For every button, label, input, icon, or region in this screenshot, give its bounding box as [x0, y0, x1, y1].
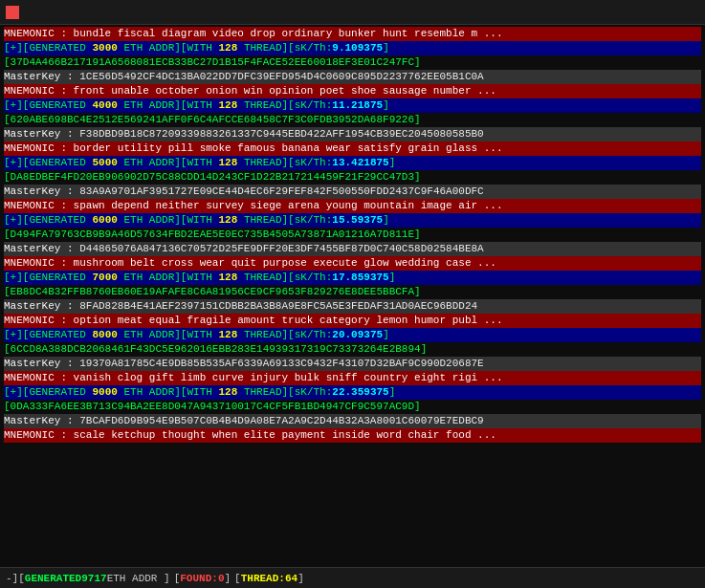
masterkey-label: MasterKey :: [4, 300, 79, 312]
generated-line: [+][GENERATED 6000 ETH ADDR][WITH 128 TH…: [4, 213, 701, 228]
bracket-open: [+]: [4, 214, 23, 226]
addr-line: [EB8DC4B32FFB8760EB60E19AFAFE8C6A81956CE…: [4, 285, 701, 299]
skth-close: ]: [383, 99, 389, 111]
gen-number: 9000: [92, 386, 117, 398]
gen-tag: [GENERATED: [23, 99, 93, 111]
thread-tag: THREAD]: [237, 99, 288, 111]
mnemonic-line: MNEMONIC : vanish clog gift limb curve i…: [4, 371, 701, 385]
mnemonic-line: MNEMONIC : option meat equal fragile amo…: [4, 314, 701, 328]
terminal-output: MNEMONIC : bundle fiscal diagram video d…: [0, 25, 705, 567]
bracket-open: [+]: [4, 42, 23, 54]
coin-tag: ETH ADDR]: [118, 99, 181, 111]
with-tag: [WITH: [181, 157, 219, 168]
bracket-open: [+]: [4, 157, 23, 168]
app-icon: [6, 6, 19, 19]
generated-line: [+][GENERATED 5000 ETH ADDR][WITH 128 TH…: [4, 156, 701, 170]
with-tag: [WITH: [181, 329, 219, 340]
addr-line: [37D4A466B217191A6568081ECB33BC27D1B15F4…: [4, 55, 701, 70]
thread-count: 128: [218, 42, 237, 54]
masterkey-line: MasterKey : 83A9A9701AF3951727E09CE44D4E…: [4, 185, 701, 199]
masterkey-value: 1CE56D5492CF4DC13BA022DD7DFC39EFD954D4C0…: [79, 71, 483, 82]
masterkey-line: MasterKey : D44865076A847136C70572D25FE9…: [4, 242, 701, 256]
thread-tag: THREAD]: [237, 42, 288, 54]
bracket-open: [+]: [4, 272, 23, 283]
generated-line: [+][GENERATED 3000 ETH ADDR][WITH 128 TH…: [4, 41, 701, 55]
gen-number: 8000: [92, 329, 117, 340]
skth-tag: [sK/Th:: [288, 329, 332, 340]
skth-tag: [sK/Th:: [288, 272, 332, 283]
thread-tag: THREAD]: [237, 214, 288, 226]
mnemonic-line: MNEMONIC : front unable october onion wi…: [4, 84, 701, 98]
masterkey-label: MasterKey :: [4, 358, 79, 369]
status-generated-label: GENERATED: [25, 573, 81, 584]
masterkey-value: 8FAD828B4E41AEF2397151CDBB2BA3B8A9E8FC5A…: [79, 300, 477, 312]
masterkey-label: MasterKey :: [4, 71, 79, 82]
thread-count: 128: [218, 214, 237, 226]
title-bar-left: [6, 6, 38, 19]
generated-line: [+][GENERATED 4000 ETH ADDR][WITH 128 TH…: [4, 98, 701, 113]
thread-count: 128: [218, 157, 237, 168]
coin-tag: ETH ADDR]: [118, 386, 181, 398]
masterkey-line: MasterKey : 8FAD828B4E41AEF2397151CDBB2B…: [4, 299, 701, 314]
masterkey-label: MasterKey :: [4, 243, 79, 254]
skth-tag: [sK/Th:: [288, 99, 332, 111]
status-found-key: FOUND:: [180, 573, 218, 584]
skth-tag: [sK/Th:: [288, 386, 332, 398]
thread-tag: THREAD]: [237, 157, 288, 168]
masterkey-label: MasterKey :: [4, 128, 79, 140]
masterkey-line: MasterKey : 19370A81785C4E9DB85B535AF633…: [4, 357, 701, 371]
masterkey-value: 19370A81785C4E9DB85B535AF6339A69133C9432…: [79, 358, 483, 369]
addr-line: [620ABE698BC4E2512E569241AFF0F6C4AFCCE68…: [4, 113, 701, 127]
masterkey-label: MasterKey :: [4, 185, 79, 197]
skth-value: 17.859375: [332, 272, 388, 283]
masterkey-value: 83A9A9701AF3951727E09CE44D4EC6F29FEF842F…: [79, 185, 483, 197]
addr-line: [D494FA79763CB9B9A46D57634FBD2EAE5E0EC73…: [4, 228, 701, 242]
status-thread-num: 64: [285, 573, 297, 584]
status-bar: -][ GENERATED 9717 ETH ADDR ][FOUND:0][T…: [0, 567, 705, 588]
with-tag: [WITH: [181, 272, 219, 283]
skth-close: ]: [389, 272, 396, 283]
thread-count: 128: [218, 386, 237, 398]
skth-value: 22.359375: [332, 386, 388, 398]
generated-line: [+][GENERATED 9000 ETH ADDR][WITH 128 TH…: [4, 385, 701, 400]
status-thread-close: ]: [297, 573, 304, 584]
status-found-label: [: [174, 573, 181, 584]
with-tag: [WITH: [181, 99, 219, 111]
skth-value: 11.21875: [332, 99, 383, 111]
status-found-num: 0: [218, 573, 225, 584]
status-thread-label-bracket: [: [234, 573, 241, 584]
addr-line: [0DA333FA6EE3B713C94BA2EE8D047A943710017…: [4, 400, 701, 414]
masterkey-value: D44865076A847136C70572D25FE9DFF20E3DF745…: [79, 243, 483, 254]
bracket-open: [+]: [4, 329, 23, 340]
masterkey-value: 7BCAFD6D9B954E9B507C0B4B4D9A08E7A2A9C2D4…: [79, 415, 483, 426]
status-gen-num: 9717: [81, 573, 106, 584]
addr-line: [DA8EDBEF4FD20EB906902D75C88CDD14D243CF1…: [4, 170, 701, 185]
status-coin-label: ETH ADDR ]: [107, 573, 170, 584]
skth-close: ]: [389, 157, 396, 168]
status-found-close: ]: [224, 573, 231, 584]
generated-line: [+][GENERATED 7000 ETH ADDR][WITH 128 TH…: [4, 271, 701, 285]
gen-number: 6000: [92, 214, 117, 226]
gen-tag: [GENERATED: [23, 272, 93, 283]
masterkey-line: MasterKey : 7BCAFD6D9B954E9B507C0B4B4D9A…: [4, 414, 701, 428]
gen-tag: [GENERATED: [23, 157, 93, 168]
addr-line: [6CCD8A388DCB2068461F43DC5E962016EBB283E…: [4, 342, 701, 357]
thread-count: 128: [218, 272, 237, 283]
skth-tag: [sK/Th:: [288, 214, 332, 226]
title-bar: [0, 0, 705, 25]
coin-tag: ETH ADDR]: [118, 272, 181, 283]
thread-count: 128: [218, 99, 237, 111]
skth-value: 20.09375: [332, 329, 383, 340]
thread-tag: THREAD]: [237, 272, 288, 283]
coin-tag: ETH ADDR]: [118, 214, 181, 226]
with-tag: [WITH: [181, 214, 219, 226]
skth-close: ]: [383, 329, 389, 340]
mnemonic-line: MNEMONIC : bundle fiscal diagram video d…: [4, 27, 701, 41]
mnemonic-line: MNEMONIC : spawn depend neither survey s…: [4, 199, 701, 213]
gen-tag: [GENERATED: [23, 42, 93, 54]
status-thread-key: THREAD:: [241, 573, 285, 584]
skth-tag: [sK/Th:: [288, 42, 332, 54]
skth-close: ]: [389, 386, 396, 398]
gen-number: 5000: [92, 157, 117, 168]
mnemonic-line: MNEMONIC : mushroom belt cross wear quit…: [4, 256, 701, 271]
